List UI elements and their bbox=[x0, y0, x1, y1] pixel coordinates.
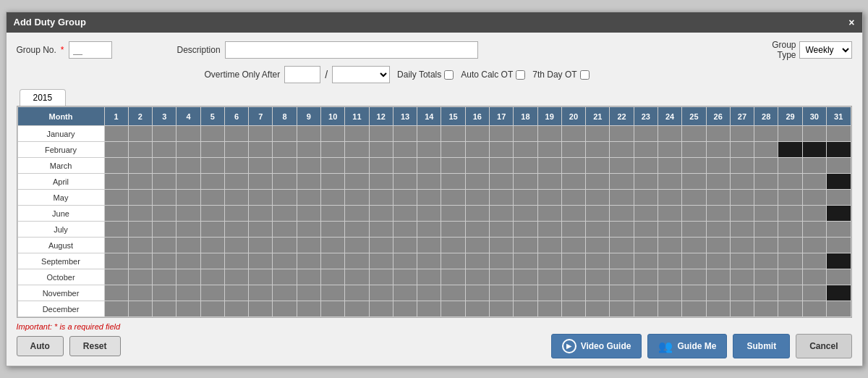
day-cell[interactable] bbox=[273, 206, 297, 222]
day-cell[interactable] bbox=[802, 190, 826, 206]
seventh-day-ot-checkbox[interactable] bbox=[580, 70, 590, 80]
day-cell[interactable] bbox=[586, 253, 610, 269]
day-cell[interactable] bbox=[176, 126, 200, 142]
day-cell[interactable] bbox=[417, 174, 441, 190]
day-cell[interactable] bbox=[369, 285, 393, 301]
day-cell[interactable] bbox=[345, 253, 369, 269]
day-cell[interactable] bbox=[297, 285, 320, 301]
day-cell[interactable] bbox=[200, 238, 224, 253]
day-cell[interactable] bbox=[586, 126, 610, 142]
day-cell[interactable] bbox=[658, 222, 681, 238]
day-cell[interactable] bbox=[441, 190, 465, 206]
day-cell[interactable] bbox=[730, 126, 754, 142]
day-cell[interactable] bbox=[634, 206, 658, 222]
day-cell[interactable] bbox=[345, 222, 369, 238]
day-cell[interactable] bbox=[345, 190, 369, 206]
day-cell[interactable] bbox=[393, 269, 417, 285]
day-cell[interactable] bbox=[561, 190, 585, 206]
day-cell[interactable] bbox=[730, 253, 754, 269]
day-cell[interactable] bbox=[441, 158, 465, 174]
day-cell[interactable] bbox=[393, 126, 417, 142]
day-cell[interactable] bbox=[393, 301, 417, 317]
day-cell[interactable] bbox=[321, 206, 345, 222]
day-cell[interactable] bbox=[369, 269, 393, 285]
day-cell[interactable] bbox=[393, 142, 417, 158]
day-cell[interactable] bbox=[224, 253, 248, 269]
day-cell[interactable] bbox=[297, 238, 320, 253]
day-cell[interactable] bbox=[176, 253, 200, 269]
day-cell[interactable] bbox=[802, 206, 826, 222]
day-cell[interactable] bbox=[321, 285, 345, 301]
day-cell[interactable] bbox=[273, 142, 297, 158]
day-cell[interactable] bbox=[634, 126, 658, 142]
day-cell[interactable] bbox=[802, 222, 826, 238]
day-cell[interactable] bbox=[200, 174, 224, 190]
day-cell[interactable] bbox=[754, 174, 778, 190]
day-cell[interactable] bbox=[465, 126, 489, 142]
day-cell[interactable] bbox=[417, 190, 441, 206]
day-cell[interactable] bbox=[586, 301, 610, 317]
day-cell[interactable] bbox=[754, 253, 778, 269]
day-cell[interactable] bbox=[706, 253, 730, 269]
day-cell[interactable] bbox=[658, 285, 681, 301]
day-cell[interactable] bbox=[441, 238, 465, 253]
day-cell[interactable] bbox=[730, 206, 754, 222]
day-cell[interactable] bbox=[200, 269, 224, 285]
day-cell[interactable] bbox=[104, 222, 128, 238]
day-cell[interactable] bbox=[465, 158, 489, 174]
day-cell[interactable] bbox=[417, 238, 441, 253]
day-cell[interactable] bbox=[297, 158, 320, 174]
day-cell[interactable] bbox=[249, 190, 273, 206]
day-cell[interactable] bbox=[802, 301, 826, 317]
day-cell[interactable] bbox=[490, 174, 514, 190]
daily-totals-checkbox[interactable] bbox=[444, 70, 454, 80]
day-cell[interactable] bbox=[273, 301, 297, 317]
day-cell[interactable] bbox=[441, 222, 465, 238]
day-cell[interactable] bbox=[200, 285, 224, 301]
day-cell[interactable] bbox=[104, 253, 128, 269]
day-cell[interactable] bbox=[561, 222, 585, 238]
day-cell[interactable] bbox=[273, 222, 297, 238]
day-cell[interactable] bbox=[176, 285, 200, 301]
day-cell[interactable] bbox=[249, 285, 273, 301]
day-cell[interactable] bbox=[610, 285, 634, 301]
day-cell[interactable] bbox=[465, 142, 489, 158]
day-cell[interactable] bbox=[490, 206, 514, 222]
day-cell[interactable] bbox=[778, 301, 802, 317]
day-cell[interactable] bbox=[778, 253, 802, 269]
guide-me-button[interactable]: 👥 Guide Me bbox=[647, 334, 727, 358]
day-cell[interactable] bbox=[465, 222, 489, 238]
day-cell[interactable] bbox=[537, 269, 561, 285]
day-cell[interactable] bbox=[345, 126, 369, 142]
day-cell[interactable] bbox=[153, 222, 176, 238]
day-cell[interactable] bbox=[176, 206, 200, 222]
day-cell[interactable] bbox=[826, 285, 851, 301]
day-cell[interactable] bbox=[778, 269, 802, 285]
day-cell[interactable] bbox=[104, 285, 128, 301]
day-cell[interactable] bbox=[610, 174, 634, 190]
day-cell[interactable] bbox=[490, 126, 514, 142]
day-cell[interactable] bbox=[153, 174, 176, 190]
day-cell[interactable] bbox=[273, 126, 297, 142]
day-cell[interactable] bbox=[224, 222, 248, 238]
day-cell[interactable] bbox=[778, 142, 802, 158]
day-cell[interactable] bbox=[249, 253, 273, 269]
day-cell[interactable] bbox=[754, 269, 778, 285]
day-cell[interactable] bbox=[249, 142, 273, 158]
reset-button[interactable]: Reset bbox=[69, 336, 121, 356]
day-cell[interactable] bbox=[417, 206, 441, 222]
day-cell[interactable] bbox=[176, 190, 200, 206]
group-no-input[interactable] bbox=[69, 41, 112, 59]
day-cell[interactable] bbox=[561, 174, 585, 190]
day-cell[interactable] bbox=[297, 253, 320, 269]
day-cell[interactable] bbox=[490, 253, 514, 269]
day-cell[interactable] bbox=[369, 301, 393, 317]
day-cell[interactable] bbox=[249, 269, 273, 285]
day-cell[interactable] bbox=[561, 253, 585, 269]
day-cell[interactable] bbox=[200, 190, 224, 206]
day-cell[interactable] bbox=[153, 301, 176, 317]
day-cell[interactable] bbox=[393, 190, 417, 206]
day-cell[interactable] bbox=[514, 285, 537, 301]
day-cell[interactable] bbox=[200, 126, 224, 142]
day-cell[interactable] bbox=[345, 158, 369, 174]
